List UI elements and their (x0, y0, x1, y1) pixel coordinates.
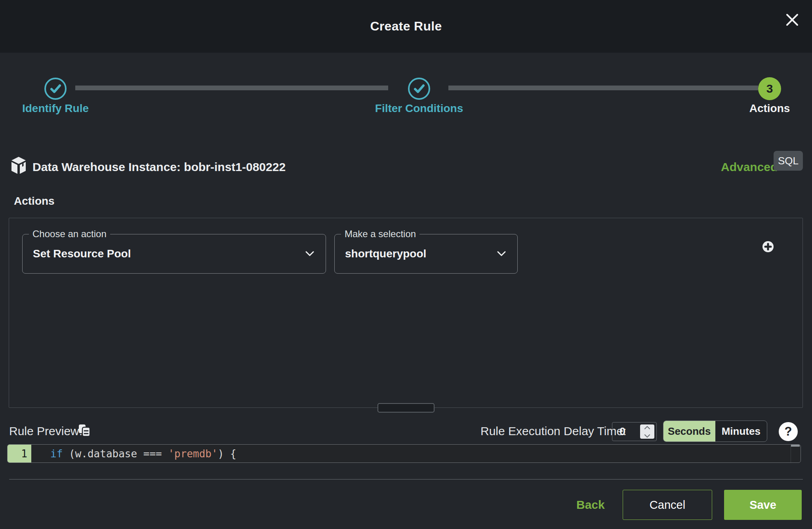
help-button[interactable]: ? (779, 422, 798, 441)
dialog-title: Create Rule (370, 19, 442, 34)
unit-minutes-button[interactable]: Minutes (715, 421, 767, 441)
back-button[interactable]: Back (576, 498, 605, 512)
create-rule-dialog: Create Rule Identify Rule (0, 0, 812, 529)
save-button[interactable]: Save (724, 490, 802, 520)
code-keyword: if (50, 448, 63, 460)
add-icon (762, 247, 774, 254)
code-editor-scrollbar[interactable] (791, 445, 801, 462)
cancel-button-label: Cancel (650, 499, 685, 512)
save-button-label: Save (749, 499, 776, 512)
add-action-button[interactable] (762, 241, 774, 253)
selection-select-value: shortquerypool (345, 234, 426, 273)
action-select-value: Set Resource Pool (33, 234, 131, 273)
stepper-connector-1 (75, 86, 388, 90)
delay-unit-toggle: Seconds Minutes (663, 421, 767, 442)
step-label-identify-rule[interactable]: Identify Rule (0, 102, 115, 115)
stepper-down-icon (644, 432, 650, 440)
copy-button[interactable] (78, 424, 91, 439)
code-line-number: 1 (8, 445, 31, 462)
sql-button[interactable]: SQL (774, 151, 803, 171)
action-select[interactable]: Choose an action Set Resource Pool (22, 234, 326, 274)
delay-time-stepper[interactable] (640, 424, 654, 439)
step-filter-conditions-check[interactable] (408, 77, 431, 100)
sql-button-label: SQL (778, 155, 799, 167)
step-identify-rule-check[interactable] (44, 77, 67, 100)
help-icon: ? (785, 424, 792, 439)
delay-time-label: Rule Execution Delay Time: (480, 424, 627, 438)
instance-title: Data Warehouse Instance: bobr-inst1-0802… (32, 158, 286, 177)
footer-divider (9, 479, 803, 480)
step-label-actions: Actions (710, 102, 812, 115)
step-number: 3 (766, 82, 773, 95)
code-editor-scroll-thumb[interactable] (791, 445, 800, 447)
delay-time-input[interactable]: 0 (612, 422, 657, 441)
dialog-header: Create Rule (0, 0, 812, 53)
code-line: if (w.database === 'premdb') { (31, 445, 801, 462)
actions-heading: Actions (14, 195, 55, 207)
step-actions-number: 3 (758, 77, 781, 100)
actions-panel: Choose an action Set Resource Pool Make … (9, 218, 803, 408)
close-button[interactable] (783, 11, 802, 30)
delay-time-value: 0 (619, 422, 625, 441)
check-icon (408, 77, 431, 100)
advanced-link[interactable]: Advanced (721, 158, 778, 177)
step-label-filter-conditions[interactable]: Filter Conditions (360, 102, 478, 115)
panel-resize-handle[interactable] (377, 403, 435, 413)
check-icon (44, 77, 67, 100)
rule-preview-label: Rule Preview: (9, 424, 82, 438)
close-icon (785, 12, 800, 29)
rule-preview-code-editor[interactable]: 1 if (w.database === 'premdb') { (7, 444, 801, 463)
cube-icon (10, 156, 27, 177)
code-string: 'premdb' (168, 448, 217, 460)
copy-icon (78, 432, 91, 438)
unit-seconds-button[interactable]: Seconds (663, 421, 715, 441)
chevron-down-icon (497, 251, 506, 258)
code-end: ) { (218, 448, 236, 460)
stepper-connector-2 (448, 86, 758, 90)
code-mid: (w.database === (63, 448, 168, 460)
selection-select[interactable]: Make a selection shortquerypool (334, 234, 518, 274)
chevron-down-icon (305, 251, 315, 258)
stepper-up-icon (644, 424, 650, 431)
cancel-button[interactable]: Cancel (623, 490, 712, 520)
